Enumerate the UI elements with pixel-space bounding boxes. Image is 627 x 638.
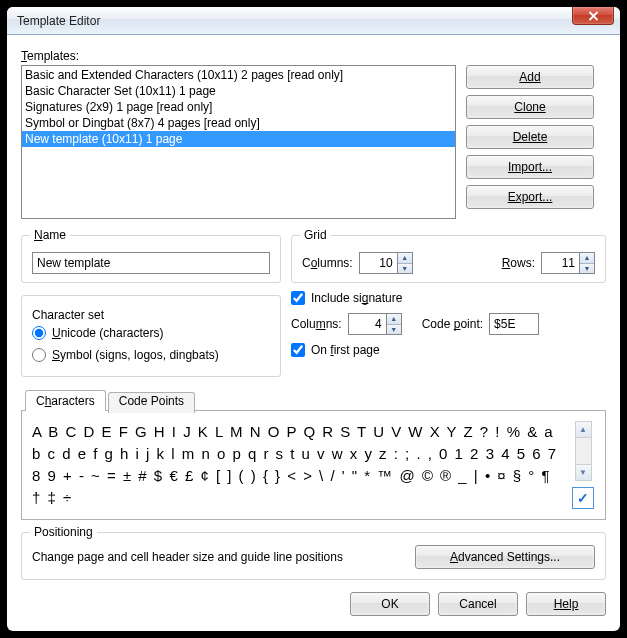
radio-symbol-label: Symbol (signs, logos, dingbats) bbox=[52, 348, 219, 362]
grid-group: Grid Columns: ▲▼ Rows: ▲▼ bbox=[291, 235, 606, 283]
window-title: Template Editor bbox=[17, 14, 100, 28]
advanced-settings-button[interactable]: Advanced Settings... bbox=[415, 545, 595, 569]
chevron-up-icon[interactable]: ▲ bbox=[576, 422, 591, 438]
chevron-down-icon[interactable]: ▼ bbox=[387, 325, 401, 335]
name-input[interactable] bbox=[32, 252, 270, 274]
templates-label: Templates: bbox=[21, 49, 606, 63]
radio-unicode-label: Unicode (characters) bbox=[52, 326, 163, 340]
list-item[interactable]: Symbol or Dingbat (8x7) 4 pages [read on… bbox=[22, 115, 455, 131]
rows-label: Rows: bbox=[502, 256, 535, 270]
include-signature-label: Include signature bbox=[311, 291, 402, 305]
positioning-group: Positioning Change page and cell header … bbox=[21, 532, 606, 580]
charset-label: Character set bbox=[32, 308, 270, 322]
first-page-checkbox[interactable] bbox=[291, 343, 305, 357]
radio-unicode[interactable] bbox=[32, 326, 46, 340]
check-icon: ✓ bbox=[577, 490, 589, 506]
list-item[interactable]: Basic and Extended Characters (10x11) 2 … bbox=[22, 67, 455, 83]
char-picker-button[interactable]: ✓ bbox=[572, 487, 594, 509]
include-signature-checkbox[interactable] bbox=[291, 291, 305, 305]
character-tabs: Characters Code Points A B C D E F G H I… bbox=[21, 389, 606, 520]
clone-button[interactable]: Clone bbox=[466, 95, 594, 119]
sig-columns-label: Columns: bbox=[291, 317, 342, 331]
positioning-label: Positioning bbox=[30, 525, 97, 539]
positioning-desc: Change page and cell header size and gui… bbox=[32, 550, 343, 564]
add-button[interactable]: Add bbox=[466, 65, 594, 89]
chevron-down-icon[interactable]: ▼ bbox=[398, 264, 412, 274]
chevron-up-icon[interactable]: ▲ bbox=[387, 314, 401, 325]
tab-characters[interactable]: Characters bbox=[25, 390, 106, 411]
tab-body: A B C D E F G H I J K L M N O P Q R S T … bbox=[21, 410, 606, 520]
codepoint-label: Code point: bbox=[422, 317, 483, 331]
charset-group: Character set Unicode (characters) Symbo… bbox=[21, 295, 281, 377]
name-label: Name bbox=[30, 228, 70, 242]
rows-stepper[interactable]: ▲▼ bbox=[541, 252, 595, 274]
sig-columns-input[interactable] bbox=[348, 313, 386, 335]
import-button[interactable]: Import... bbox=[466, 155, 594, 179]
name-group: Name bbox=[21, 235, 281, 283]
templates-listbox[interactable]: Basic and Extended Characters (10x11) 2 … bbox=[21, 65, 456, 219]
ok-button[interactable]: OK bbox=[350, 592, 430, 616]
codepoint-input[interactable] bbox=[489, 313, 539, 335]
cancel-button[interactable]: Cancel bbox=[438, 592, 518, 616]
close-button[interactable] bbox=[572, 7, 614, 25]
close-icon bbox=[588, 11, 599, 21]
help-button[interactable]: Help bbox=[526, 592, 606, 616]
client-area: Templates: Basic and Extended Characters… bbox=[7, 35, 620, 628]
chevron-down-icon[interactable]: ▼ bbox=[576, 464, 591, 480]
chevron-down-icon[interactable]: ▼ bbox=[580, 264, 594, 274]
radio-symbol[interactable] bbox=[32, 348, 46, 362]
delete-button[interactable]: Delete bbox=[466, 125, 594, 149]
chevron-up-icon[interactable]: ▲ bbox=[398, 253, 412, 264]
first-page-label: On first page bbox=[311, 343, 380, 357]
list-item[interactable]: Basic Character Set (10x11) 1 page bbox=[22, 83, 455, 99]
grid-label: Grid bbox=[300, 228, 331, 242]
list-item[interactable]: New template (10x11) 1 page bbox=[22, 131, 455, 147]
characters-textarea[interactable]: A B C D E F G H I J K L M N O P Q R S T … bbox=[32, 421, 563, 509]
sig-columns-stepper[interactable]: ▲▼ bbox=[348, 313, 402, 335]
scrollbar[interactable]: ▲ ▼ bbox=[575, 421, 592, 481]
export-button[interactable]: Export... bbox=[466, 185, 594, 209]
tab-codepoints[interactable]: Code Points bbox=[108, 392, 195, 413]
columns-input[interactable] bbox=[359, 252, 397, 274]
rows-input[interactable] bbox=[541, 252, 579, 274]
titlebar[interactable]: Template Editor bbox=[7, 7, 620, 35]
columns-label: Columns: bbox=[302, 256, 353, 270]
columns-stepper[interactable]: ▲▼ bbox=[359, 252, 413, 274]
window: Template Editor Templates: Basic and Ext… bbox=[7, 7, 620, 631]
chevron-up-icon[interactable]: ▲ bbox=[580, 253, 594, 264]
list-item[interactable]: Signatures (2x9) 1 page [read only] bbox=[22, 99, 455, 115]
